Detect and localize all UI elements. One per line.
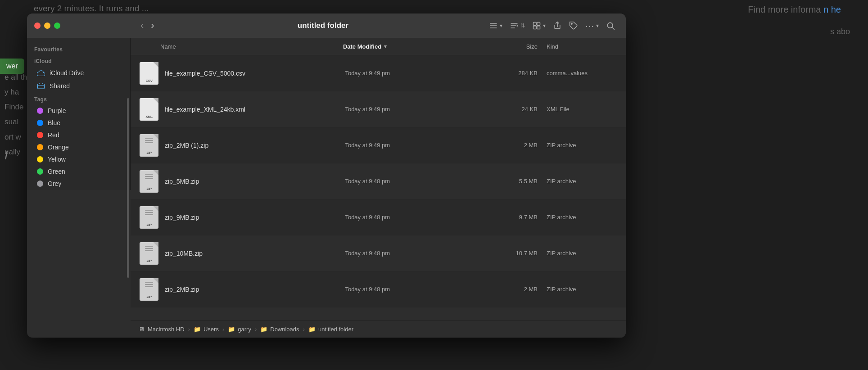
sidebar-item-icloud-drive[interactable]: iCloud Drive — [30, 67, 127, 79]
orange-tag-label: Orange — [48, 144, 69, 151]
bg-green-button[interactable]: wer — [0, 59, 24, 74]
tags-header: Tags — [27, 93, 130, 104]
sidebar-item-shared[interactable]: Shared — [30, 80, 127, 92]
finder-window: ‹ › untitled folder ▾ — [27, 14, 626, 338]
breadcrumb-macintosh-hd[interactable]: Macintosh HD — [148, 326, 185, 333]
zip-icon-label: ZIP — [147, 223, 152, 227]
search-button[interactable] — [606, 21, 615, 30]
breadcrumb-downloads[interactable]: 📁 Downloads — [260, 326, 299, 333]
purple-tag-label: Purple — [48, 107, 66, 114]
zip-icon-lines — [145, 246, 153, 251]
sidebar-item-red[interactable]: Red — [30, 129, 127, 141]
col-header-date[interactable]: Date Modified ▾ — [343, 43, 493, 50]
file-size: 2 MB — [493, 286, 547, 293]
icloud-drive-label: iCloud Drive — [50, 69, 84, 77]
file-date: Today at 9:48 pm — [345, 178, 493, 185]
table-row[interactable]: XML file_example_XML_24kb.xml Today at 9… — [131, 91, 626, 127]
back-button[interactable]: ‹ — [138, 19, 146, 32]
zip-icon-label: ZIP — [147, 295, 152, 299]
sort-dropdown-arrow: ⇅ — [520, 23, 525, 29]
sidebar-item-grey[interactable]: Grey — [30, 178, 127, 190]
table-row[interactable]: CSV file_example_CSV_5000.csv Today at 9… — [131, 55, 626, 91]
shared-icon — [37, 82, 45, 90]
minimize-button[interactable] — [44, 23, 50, 29]
zip-file-icon: ZIP — [140, 206, 158, 229]
sidebar: Favourites iCloud iCloud Drive — [27, 38, 131, 190]
file-name: zip_9MB.zip — [160, 214, 345, 221]
breadcrumb-sep-4: › — [303, 326, 305, 333]
orange-tag-dot — [37, 144, 43, 150]
sidebar-item-blue[interactable]: Blue — [30, 117, 127, 129]
zip-icon-label: ZIP — [147, 259, 152, 263]
tag-icon — [569, 21, 578, 30]
more-icon: ··· — [585, 21, 594, 31]
sidebar-item-yellow[interactable]: Yellow — [30, 153, 127, 165]
file-name: file_example_CSV_5000.csv — [160, 70, 345, 77]
search-icon — [606, 21, 615, 30]
more-dropdown-arrow: ▾ — [596, 23, 599, 29]
fullscreen-button[interactable] — [54, 23, 60, 29]
sort-button[interactable]: ⇅ — [510, 21, 525, 30]
col-header-name[interactable]: Name — [138, 43, 343, 50]
grey-tag-dot — [37, 180, 43, 187]
file-size: 2 MB — [493, 142, 547, 149]
file-size: 24 KB — [493, 106, 547, 113]
sidebar-titlebar — [27, 23, 131, 29]
file-icon-area: ZIP — [138, 206, 160, 229]
sidebar-item-orange[interactable]: Orange — [30, 141, 127, 153]
file-icon-area: XML — [138, 98, 160, 121]
svg-point-10 — [571, 23, 573, 25]
zip-file-icon: ZIP — [140, 134, 158, 157]
file-icon-area: ZIP — [138, 134, 160, 157]
zip-file-icon: ZIP — [140, 242, 158, 265]
table-row[interactable]: ZIP zip_9MB.zip Today at 9:48 pm 9.7 MB … — [131, 199, 626, 235]
sidebar-item-purple[interactable]: Purple — [30, 105, 127, 117]
table-row[interactable]: ZIP zip_10MB.zip Today at 9:48 pm 10.7 M… — [131, 235, 626, 271]
file-kind: comma...values — [547, 70, 619, 77]
sidebar-scrollbar-thumb — [127, 98, 129, 278]
toolbar-right: ▾ ⇅ — [489, 21, 615, 31]
table-row[interactable]: ZIP zip_2MB (1).zip Today at 9:49 pm 2 M… — [131, 127, 626, 163]
forward-button[interactable]: › — [148, 19, 157, 32]
col-header-size[interactable]: Size — [493, 43, 547, 50]
csv-file-icon: CSV — [140, 62, 158, 85]
more-button[interactable]: ··· ▾ — [585, 21, 599, 31]
red-tag-label: Red — [48, 131, 59, 139]
svg-line-12 — [612, 27, 615, 30]
bg-top-right: Find more informa n he — [748, 5, 841, 15]
breadcrumb-sep-3: › — [255, 326, 257, 333]
breadcrumb-untitled-folder[interactable]: 📁 untitled folder — [308, 326, 353, 333]
tag-button[interactable] — [569, 21, 578, 30]
list-hierarchy-icon — [489, 21, 498, 30]
zip-icon-lines — [145, 138, 153, 143]
zip-icon-label: ZIP — [147, 151, 152, 155]
csv-icon-label: CSV — [146, 79, 153, 83]
col-header-kind[interactable]: Kind — [547, 43, 619, 50]
file-kind: ZIP archive — [547, 214, 619, 221]
downloads-folder-icon: 📁 — [260, 326, 267, 333]
xml-file-icon: XML — [140, 98, 158, 121]
file-name: zip_10MB.zip — [160, 250, 345, 257]
macintosh-hd-icon: 🖥 — [138, 326, 145, 333]
sidebar-item-green[interactable]: Green — [30, 166, 127, 177]
file-size: 284 KB — [493, 70, 547, 77]
table-row[interactable]: ZIP zip_5MB.zip Today at 9:48 pm 5.5 MB … — [131, 163, 626, 199]
grid-view-button[interactable]: ▾ — [532, 21, 546, 30]
svg-rect-6 — [533, 23, 537, 26]
icloud-header: iCloud — [27, 54, 130, 66]
main-area: Name Date Modified ▾ Size Kind CSV — [131, 38, 626, 338]
icloud-drive-icon — [37, 69, 45, 77]
list-dropdown-arrow: ▾ — [500, 23, 502, 29]
untitled-folder-icon: 📁 — [308, 326, 316, 333]
breadcrumb-users[interactable]: 📁 Users — [194, 326, 219, 333]
breadcrumb-garry[interactable]: 📁 garry — [228, 326, 251, 333]
list-hierarchy-button[interactable]: ▾ — [489, 21, 502, 30]
svg-rect-8 — [533, 26, 537, 29]
zip-icon-lines — [145, 210, 153, 215]
close-button[interactable] — [34, 23, 41, 29]
svg-rect-7 — [537, 23, 540, 26]
share-button[interactable] — [553, 21, 562, 30]
sidebar-scrollbar[interactable] — [127, 38, 130, 338]
bg-right-label: s abo — [830, 27, 850, 36]
table-row[interactable]: ZIP zip_2MB.zip Today at 9:48 pm 2 MB ZI… — [131, 271, 626, 307]
